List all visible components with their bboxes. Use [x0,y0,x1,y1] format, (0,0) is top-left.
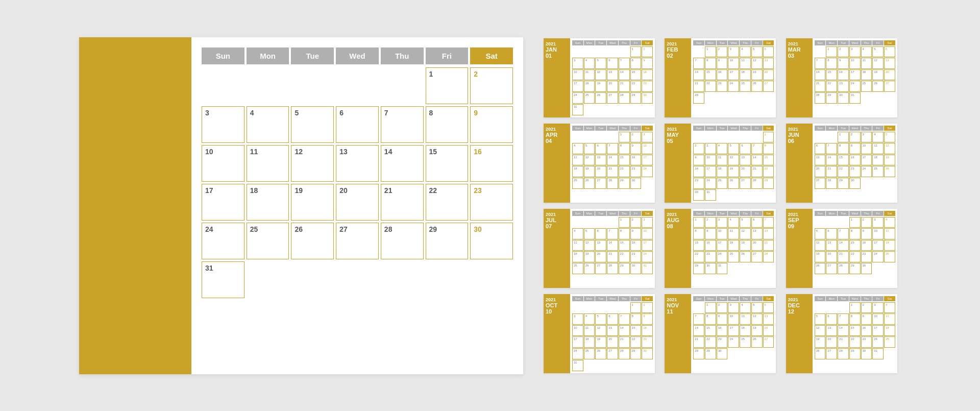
mini-cell-mar-5-0[interactable] [815,104,826,115]
mini-cell-may-1-4[interactable]: 6 [740,143,751,154]
mini-cell-nov-1-0[interactable]: 7 [693,313,704,325]
mini-cell-jun-1-4[interactable]: 10 [861,143,872,154]
mini-cell-jan-4-2[interactable]: 26 [595,92,606,104]
mini-cell-jun-5-3[interactable] [849,189,861,201]
mini-cell-nov-4-3[interactable] [728,348,739,359]
mini-cell-mar-1-1[interactable]: 8 [826,58,837,69]
mini-cell-dec-5-6[interactable] [884,360,895,371]
mini-cell-oct-2-5[interactable]: 15 [630,325,642,336]
main-cal-cell-2-1[interactable]: 11 [247,145,289,182]
main-cal-cell-5-5[interactable] [426,261,469,298]
mini-cell-mar-1-2[interactable]: 9 [838,58,849,69]
mini-cell-nov-4-5[interactable] [751,348,763,359]
mini-cell-aug-3-0[interactable]: 22 [693,251,704,262]
mini-cell-jun-3-1[interactable]: 21 [826,166,837,177]
mini-cell-mar-0-5[interactable]: 5 [872,46,884,58]
mini-cell-apr-5-3[interactable] [607,189,618,201]
mini-cell-jun-1-3[interactable]: 9 [849,143,861,154]
mini-cell-nov-4-2[interactable]: 30 [717,348,728,359]
mini-cell-sep-5-4[interactable] [861,275,872,286]
mini-cell-sep-2-0[interactable]: 12 [815,240,826,251]
mini-cell-sep-3-1[interactable]: 20 [826,251,837,262]
mini-cell-jul-0-4[interactable]: 1 [619,217,630,228]
mini-cell-aug-5-2[interactable] [717,275,728,286]
mini-cell-mar-4-2[interactable]: 30 [838,92,849,104]
main-cal-cell-5-2[interactable] [291,261,334,298]
mini-cell-apr-0-6[interactable]: 3 [642,132,653,143]
mini-cell-oct-5-1[interactable] [584,360,595,371]
mini-cell-jul-2-3[interactable]: 14 [607,240,618,251]
mini-cell-jun-5-4[interactable] [861,189,872,201]
mini-cell-sep-2-3[interactable]: 15 [849,240,861,251]
mini-cell-feb-4-4[interactable] [740,92,751,104]
mini-cell-sep-3-2[interactable]: 21 [838,251,849,262]
mini-cell-dec-5-3[interactable] [849,360,861,371]
mini-cell-jul-4-6[interactable]: 31 [642,263,653,274]
mini-cell-feb-1-3[interactable]: 10 [728,58,739,69]
mini-cell-jan-5-2[interactable] [595,104,606,115]
mini-cell-may-5-5[interactable] [751,189,763,201]
mini-cell-sep-4-4[interactable]: 30 [861,263,872,274]
mini-cell-jul-3-0[interactable]: 18 [572,251,583,262]
mini-cell-dec-2-6[interactable]: 18 [884,325,895,336]
mini-cell-may-1-1[interactable]: 3 [705,143,716,154]
mini-cell-oct-1-3[interactable]: 6 [607,313,618,325]
mini-cell-jan-3-2[interactable]: 19 [595,81,606,92]
mini-cell-jan-2-1[interactable]: 11 [584,69,595,81]
mini-cell-aug-5-3[interactable] [728,275,739,286]
mini-cell-nov-3-4[interactable]: 25 [740,336,751,348]
mini-cell-jan-3-6[interactable]: 23 [642,81,653,92]
mini-cell-mar-5-5[interactable] [872,104,884,115]
mini-cell-nov-1-3[interactable]: 10 [728,313,739,325]
main-cal-cell-3-2[interactable]: 19 [291,184,334,221]
mini-cell-apr-1-3[interactable]: 7 [607,143,618,154]
mini-cell-aug-0-5[interactable]: 6 [751,217,763,228]
mini-cell-oct-1-5[interactable]: 8 [630,313,642,325]
mini-cell-sep-5-2[interactable] [838,275,849,286]
mini-cell-oct-2-4[interactable]: 14 [619,325,630,336]
mini-cell-apr-2-2[interactable]: 13 [595,155,606,166]
mini-cell-mar-4-6[interactable] [884,92,895,104]
mini-cell-jul-1-4[interactable]: 8 [619,228,630,239]
mini-cell-mar-5-4[interactable] [861,104,872,115]
mini-cell-may-5-4[interactable] [740,189,751,201]
main-cal-cell-0-4[interactable] [381,67,424,104]
mini-cell-jan-4-5[interactable]: 29 [630,92,642,104]
mini-cell-apr-4-6[interactable] [642,178,653,189]
mini-cell-jan-3-5[interactable]: 22 [630,81,642,92]
mini-cell-jan-1-5[interactable]: 8 [630,58,642,69]
mini-cell-apr-5-2[interactable] [595,189,606,201]
mini-cell-sep-0-2[interactable] [838,217,849,228]
mini-cell-apr-5-5[interactable] [630,189,642,201]
mini-cell-aug-0-2[interactable]: 3 [717,217,728,228]
mini-cell-apr-4-1[interactable]: 26 [584,178,595,189]
mini-cell-nov-5-3[interactable] [728,360,739,371]
mini-cell-jun-2-4[interactable]: 17 [861,155,872,166]
mini-cell-sep-5-6[interactable] [884,275,895,286]
mini-cell-sep-2-4[interactable]: 16 [861,240,872,251]
mini-cell-jan-4-4[interactable]: 28 [619,92,630,104]
mini-cell-sep-0-0[interactable] [815,217,826,228]
mini-cell-apr-0-1[interactable] [584,132,595,143]
mini-cell-may-2-5[interactable]: 14 [751,155,763,166]
mini-cell-jun-2-1[interactable]: 14 [826,155,837,166]
mini-cell-sep-3-6[interactable]: 25 [884,251,895,262]
mini-cell-aug-1-6[interactable]: 14 [763,228,774,239]
mini-cell-sep-1-1[interactable]: 6 [826,228,837,239]
mini-cell-aug-0-1[interactable]: 2 [705,217,716,228]
mini-cell-dec-4-0[interactable]: 26 [815,348,826,359]
mini-cell-nov-3-6[interactable]: 27 [763,336,774,348]
mini-cell-nov-2-0[interactable]: 14 [693,325,704,336]
mini-cell-jul-3-5[interactable]: 23 [630,251,642,262]
mini-cell-dec-1-2[interactable]: 7 [838,313,849,325]
mini-cell-feb-5-1[interactable] [705,104,716,115]
mini-cell-feb-1-5[interactable]: 12 [751,58,763,69]
mini-cell-feb-0-0[interactable] [693,46,704,58]
mini-cell-apr-0-5[interactable]: 2 [630,132,642,143]
main-cal-cell-0-6[interactable]: 2 [470,67,513,104]
mini-cell-may-4-0[interactable]: 23 [693,178,704,189]
mini-cell-jun-4-6[interactable] [884,178,895,189]
mini-cell-sep-2-2[interactable]: 14 [838,240,849,251]
mini-cell-nov-0-1[interactable]: 1 [705,302,716,313]
mini-cell-oct-1-1[interactable]: 4 [584,313,595,325]
